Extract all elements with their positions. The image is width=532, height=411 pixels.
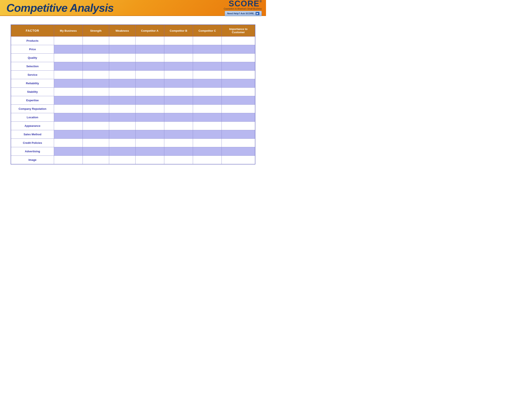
data-cell bbox=[135, 130, 164, 139]
data-cell bbox=[221, 156, 255, 164]
data-cell bbox=[83, 71, 109, 79]
data-cell bbox=[54, 45, 83, 54]
table-row: Quality bbox=[11, 54, 255, 62]
data-cell bbox=[83, 147, 109, 156]
data-cell bbox=[193, 54, 221, 62]
data-cell bbox=[109, 113, 135, 122]
data-cell bbox=[135, 54, 164, 62]
factor-cell: Price bbox=[11, 45, 54, 54]
table-row: Appearance bbox=[11, 122, 255, 130]
data-cell bbox=[221, 88, 255, 96]
header-row: FACTOR My Business Strength Weakness Com… bbox=[11, 25, 255, 37]
data-cell bbox=[221, 139, 255, 147]
data-cell bbox=[83, 113, 109, 122]
data-cell bbox=[221, 71, 255, 79]
data-cell bbox=[54, 130, 83, 139]
data-cell bbox=[83, 105, 109, 113]
data-cell bbox=[193, 156, 221, 164]
data-cell bbox=[109, 88, 135, 96]
data-cell bbox=[193, 62, 221, 71]
col-header-my-business: My Business bbox=[54, 25, 83, 37]
data-cell bbox=[221, 130, 255, 139]
data-cell bbox=[221, 113, 255, 122]
data-cell bbox=[221, 54, 255, 62]
data-cell bbox=[83, 96, 109, 105]
data-cell bbox=[54, 62, 83, 71]
col-header-competitor-c: Competitor C bbox=[193, 25, 221, 37]
data-cell bbox=[135, 37, 164, 45]
data-cell bbox=[83, 130, 109, 139]
data-cell bbox=[193, 79, 221, 88]
data-cell bbox=[83, 62, 109, 71]
data-cell bbox=[83, 79, 109, 88]
data-cell bbox=[54, 113, 83, 122]
factor-cell: Location bbox=[11, 113, 54, 122]
data-cell bbox=[109, 130, 135, 139]
table-row: Service bbox=[11, 71, 255, 79]
data-cell bbox=[109, 45, 135, 54]
data-cell bbox=[164, 45, 193, 54]
data-cell bbox=[54, 88, 83, 96]
data-cell bbox=[83, 45, 109, 54]
data-cell bbox=[135, 156, 164, 164]
factor-cell: Quality bbox=[11, 54, 54, 62]
data-cell bbox=[109, 79, 135, 88]
data-cell bbox=[164, 37, 193, 45]
score-tagline: Counselors to America's Small Business bbox=[224, 8, 262, 10]
factor-cell: Service bbox=[11, 71, 54, 79]
data-cell bbox=[193, 122, 221, 130]
data-cell bbox=[221, 122, 255, 130]
factor-cell: Selection bbox=[11, 62, 54, 71]
data-cell bbox=[193, 105, 221, 113]
data-cell bbox=[221, 62, 255, 71]
factor-cell: Reliability bbox=[11, 79, 54, 88]
table-row: Location bbox=[11, 113, 255, 122]
data-cell bbox=[221, 105, 255, 113]
score-button-label: Need Help? Ask SCORE. bbox=[227, 12, 255, 15]
table-row: Sales Method bbox=[11, 130, 255, 139]
table-row: Stability bbox=[11, 88, 255, 96]
factor-cell: Appearance bbox=[11, 122, 54, 130]
score-branding: SCORE ® Counselors to America's Small Bu… bbox=[224, 0, 262, 16]
data-cell bbox=[109, 54, 135, 62]
score-logo: SCORE ® Counselors to America's Small Bu… bbox=[224, 0, 262, 10]
data-cell bbox=[164, 156, 193, 164]
data-cell bbox=[193, 37, 221, 45]
data-cell bbox=[109, 62, 135, 71]
data-cell bbox=[221, 147, 255, 156]
main-content: FACTOR My Business Strength Weakness Com… bbox=[0, 16, 266, 173]
factor-cell: Advertising bbox=[11, 147, 54, 156]
data-cell bbox=[164, 130, 193, 139]
table-row: Image bbox=[11, 156, 255, 164]
col-header-weakness: Weakness bbox=[109, 25, 135, 37]
data-cell bbox=[135, 45, 164, 54]
data-cell bbox=[109, 147, 135, 156]
data-cell bbox=[54, 105, 83, 113]
data-cell bbox=[135, 96, 164, 105]
data-cell bbox=[109, 105, 135, 113]
data-cell bbox=[193, 130, 221, 139]
factor-cell: Stability bbox=[11, 88, 54, 96]
data-cell bbox=[164, 139, 193, 147]
table-header: FACTOR My Business Strength Weakness Com… bbox=[11, 25, 255, 37]
data-cell bbox=[193, 113, 221, 122]
data-cell bbox=[164, 62, 193, 71]
table-row: Credit Policies bbox=[11, 139, 255, 147]
data-cell bbox=[135, 62, 164, 71]
analysis-table: FACTOR My Business Strength Weakness Com… bbox=[11, 24, 255, 164]
data-cell bbox=[135, 122, 164, 130]
data-cell bbox=[135, 139, 164, 147]
score-help-button[interactable]: Need Help? Ask SCORE. ▶ bbox=[225, 11, 262, 16]
table-row: Company Reputation bbox=[11, 105, 255, 113]
data-cell bbox=[135, 79, 164, 88]
data-cell bbox=[193, 71, 221, 79]
data-cell bbox=[54, 147, 83, 156]
data-cell bbox=[54, 54, 83, 62]
col-header-strength: Strength bbox=[83, 25, 109, 37]
score-registered: ® bbox=[260, 0, 262, 3]
data-cell bbox=[193, 139, 221, 147]
score-name: SCORE bbox=[229, 0, 260, 8]
data-cell bbox=[135, 88, 164, 96]
data-cell bbox=[54, 37, 83, 45]
data-cell bbox=[109, 37, 135, 45]
